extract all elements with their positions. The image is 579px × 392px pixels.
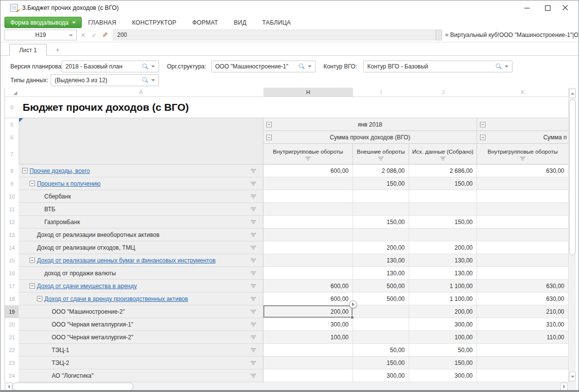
- cell-I18[interactable]: 500,00: [353, 293, 409, 305]
- scroll-up-button[interactable]: [569, 89, 576, 98]
- row-number-10[interactable]: 10: [5, 190, 19, 203]
- row-label-cell[interactable]: Доход от сдачи в аренду производственных…: [19, 293, 263, 305]
- cell-I10[interactable]: [353, 190, 409, 203]
- chevron-down-icon[interactable]: [505, 65, 509, 67]
- confirm-entry-button[interactable]: ✓: [89, 30, 99, 40]
- scroll-down-button[interactable]: [569, 372, 576, 381]
- cell-H14[interactable]: [263, 241, 353, 254]
- cell-I24[interactable]: 300,00: [353, 369, 409, 382]
- cell-H22[interactable]: [263, 344, 353, 357]
- cell-K18[interactable]: 630,00: [477, 293, 569, 305]
- filter-icon[interactable]: [251, 246, 256, 250]
- row-label-cell[interactable]: ТЭЦ-2: [19, 357, 263, 369]
- filter-icon[interactable]: [251, 361, 256, 365]
- search-icon[interactable]: [142, 77, 149, 84]
- filter-icon[interactable]: [251, 348, 256, 352]
- cell-H16[interactable]: [263, 267, 353, 280]
- cell-H18[interactable]: 600,00: [263, 293, 353, 305]
- row-label-cell[interactable]: Сбербанк: [19, 190, 263, 203]
- cell-J21[interactable]: 100,00: [409, 331, 477, 344]
- cell-K12[interactable]: [477, 216, 569, 229]
- cell-H13[interactable]: [263, 229, 353, 241]
- row-number-23[interactable]: 23: [5, 357, 19, 369]
- column-header-H[interactable]: H: [263, 88, 353, 97]
- scroll-left-button[interactable]: [5, 383, 12, 391]
- row-number-13[interactable]: 13: [5, 229, 19, 241]
- row-number-9[interactable]: 9: [5, 177, 19, 190]
- cell-K22[interactable]: [477, 344, 569, 357]
- chevron-down-icon[interactable]: [308, 65, 312, 67]
- vertical-scrollbar-thumb[interactable]: [569, 99, 576, 255]
- form-io-button[interactable]: Форма ввода/вывода: [4, 17, 82, 28]
- row-number-6[interactable]: 6: [5, 131, 19, 144]
- collapse-toggle-icon[interactable]: [37, 296, 42, 301]
- row-number-0[interactable]: 0: [5, 97, 19, 118]
- cell-J23[interactable]: 150,00: [409, 357, 477, 369]
- row-label[interactable]: Доход от реализации ценных бумаг и финан…: [37, 257, 216, 264]
- row-number-16[interactable]: 16: [5, 267, 19, 280]
- cancel-entry-button[interactable]: ✕: [78, 30, 88, 40]
- collapse-toggle-icon[interactable]: [266, 134, 272, 140]
- row-number-8[interactable]: 8: [5, 164, 19, 177]
- filter-icon[interactable]: [251, 182, 256, 186]
- collapse-toggle-icon[interactable]: [30, 283, 35, 289]
- cell-J18[interactable]: 1 100,00: [409, 293, 477, 305]
- cell-H20[interactable]: 300,00: [263, 318, 353, 331]
- minimize-button[interactable]: [516, 0, 537, 15]
- row-number-5[interactable]: 5: [5, 118, 19, 131]
- cell-I22[interactable]: 50,00: [353, 344, 409, 357]
- cell-J24[interactable]: 300,00: [409, 369, 477, 382]
- cell-K17[interactable]: 630,00: [477, 280, 569, 293]
- cell-J20[interactable]: 300,00: [409, 318, 477, 331]
- filter-icon[interactable]: [440, 157, 446, 161]
- cell-J15[interactable]: 130,00: [409, 254, 477, 267]
- ribbon-tab-4[interactable]: ВИД: [234, 19, 247, 26]
- ribbon-tab-1[interactable]: ГЛАВНАЯ: [88, 19, 116, 26]
- column-header-A[interactable]: A: [19, 88, 263, 97]
- row-number-17[interactable]: 17: [5, 280, 19, 293]
- measure-header-k[interactable]: Внутригрупповые обороты: [477, 144, 569, 164]
- filter-icon[interactable]: [251, 323, 256, 327]
- row-label-cell[interactable]: ТЭЦ-1: [19, 344, 263, 357]
- cell-I9[interactable]: 150,00: [353, 177, 409, 190]
- collapse-toggle-icon[interactable]: [30, 258, 35, 263]
- cell-I15[interactable]: 130,00: [353, 254, 409, 267]
- cell-J11[interactable]: [409, 203, 477, 216]
- measure-group-cell[interactable]: Сумма прочих доходов (ВГО): [263, 131, 477, 144]
- row-label-cell[interactable]: доход от продажи валюты: [19, 267, 263, 280]
- formula-input[interactable]: 200: [113, 30, 436, 40]
- column-header-I[interactable]: I: [353, 88, 409, 97]
- row-label[interactable]: Доход от сдачи в аренду производственных…: [44, 295, 188, 302]
- cell-H12[interactable]: [263, 216, 353, 229]
- cell-J13[interactable]: [409, 229, 477, 241]
- filter-icon[interactable]: [251, 310, 256, 314]
- cell-I23[interactable]: 150,00: [353, 357, 409, 369]
- chevron-down-icon[interactable]: [151, 79, 155, 81]
- filter-icon[interactable]: [251, 233, 256, 237]
- collapse-toggle-icon[interactable]: [480, 134, 485, 140]
- cell-H21[interactable]: 100,00: [263, 331, 353, 344]
- row-number-14[interactable]: 14: [5, 241, 19, 254]
- row-label[interactable]: Доход от сдачи имущества в аренду: [37, 283, 137, 290]
- cell-I21[interactable]: [353, 331, 409, 344]
- row-label-cell[interactable]: Доход от реализации внеоборотных активов: [19, 229, 263, 241]
- cell-H24[interactable]: [263, 369, 353, 382]
- cell-K21[interactable]: 110,00: [477, 331, 569, 344]
- cell-J12[interactable]: 150,00: [409, 216, 477, 229]
- cell-K20[interactable]: 310,00: [477, 318, 569, 331]
- cell-I8[interactable]: 2 086,00: [353, 164, 409, 177]
- formula-wizard-icon[interactable]: ✎: [100, 30, 110, 40]
- cell-H11[interactable]: [263, 203, 353, 216]
- measure-header-i[interactable]: Внешние обороты: [353, 144, 409, 164]
- cell-K14[interactable]: [477, 241, 569, 254]
- cell-H17[interactable]: 600,00: [263, 280, 353, 293]
- filter-icon[interactable]: [251, 169, 256, 173]
- cell-K16[interactable]: [477, 267, 569, 280]
- search-icon[interactable]: [496, 64, 502, 70]
- horizontal-scrollbar-thumb[interactable]: [12, 383, 133, 391]
- cell-I11[interactable]: [353, 203, 409, 216]
- cell-H19[interactable]: 200,00: [263, 305, 353, 318]
- next-measure-group-cell[interactable]: Сумма п: [477, 131, 569, 144]
- row-label-cell[interactable]: Доход от реализации ценных бумаг и финан…: [19, 254, 263, 267]
- filter-icon[interactable]: [251, 284, 256, 288]
